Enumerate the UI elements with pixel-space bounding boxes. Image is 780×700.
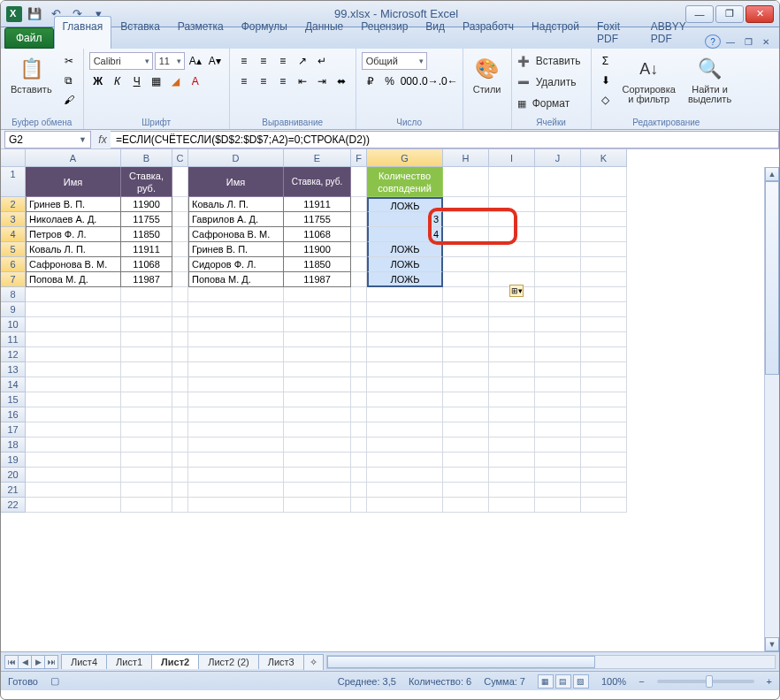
cell[interactable] (367, 498, 443, 513)
cell[interactable]: ЛОЖЬ (367, 242, 443, 257)
cell[interactable]: 11987 (284, 272, 351, 287)
cell[interactable] (443, 422, 489, 438)
cell[interactable] (351, 242, 367, 257)
cell[interactable]: 11987 (121, 272, 172, 287)
cell[interactable] (489, 302, 535, 317)
cell[interactable] (443, 257, 489, 272)
decrease-indent-button[interactable]: ⇤ (294, 72, 311, 90)
cell[interactable] (188, 453, 284, 468)
cell[interactable] (188, 317, 284, 332)
cell[interactable] (188, 407, 284, 422)
increase-indent-button[interactable]: ⇥ (313, 72, 331, 90)
cell[interactable] (443, 483, 489, 498)
cell[interactable] (581, 362, 627, 377)
col-header-B[interactable]: B (121, 149, 172, 167)
cell[interactable] (535, 317, 581, 332)
cell[interactable]: ЛОЖЬ (367, 197, 443, 212)
cell[interactable] (351, 287, 367, 302)
col-header-E[interactable]: E (284, 149, 351, 167)
cell[interactable] (172, 302, 188, 317)
comma-button[interactable]: 000 (401, 72, 418, 90)
cell[interactable] (172, 498, 188, 513)
cell[interactable] (284, 287, 351, 302)
cell[interactable]: Николаев А. Д. (26, 212, 121, 227)
cell[interactable] (26, 468, 121, 483)
cell[interactable]: 11755 (284, 212, 351, 227)
cell[interactable] (188, 438, 284, 453)
currency-button[interactable]: ₽ (362, 72, 379, 90)
cell[interactable] (284, 422, 351, 438)
cell[interactable] (367, 287, 443, 302)
align-left-button[interactable]: ≡ (235, 72, 253, 90)
cell[interactable] (172, 242, 188, 257)
cell[interactable] (172, 453, 188, 468)
increase-decimal-button[interactable]: .0→ (420, 72, 438, 90)
cell[interactable] (489, 257, 535, 272)
ribbon-tab-рецензир[interactable]: Рецензир (352, 16, 417, 49)
cell[interactable] (351, 257, 367, 272)
cell[interactable]: 11911 (284, 197, 351, 212)
row-header-10[interactable]: 10 (1, 317, 26, 332)
cell[interactable] (26, 362, 121, 377)
cells[interactable]: ИмяСтавка, руб.ИмяСтавка, руб.Количество… (26, 167, 627, 513)
col-header-I[interactable]: I (489, 149, 535, 167)
cell[interactable] (188, 362, 284, 377)
new-sheet-button[interactable]: ✧ (303, 654, 324, 670)
cell[interactable] (489, 498, 535, 513)
cell[interactable] (535, 407, 581, 422)
cell[interactable] (367, 392, 443, 407)
save-button[interactable]: 💾 (26, 5, 43, 23)
cell[interactable] (188, 422, 284, 438)
cell[interactable] (489, 242, 535, 257)
name-box[interactable]: G2▼ (4, 131, 91, 148)
mdi-close-icon[interactable]: ✕ (758, 34, 774, 49)
cell[interactable] (351, 332, 367, 347)
cell[interactable]: Имя (188, 167, 284, 197)
grow-font-button[interactable]: A▴ (187, 52, 204, 70)
cell[interactable] (489, 317, 535, 332)
row-header-13[interactable]: 13 (1, 362, 26, 377)
align-right-button[interactable]: ≡ (274, 72, 292, 90)
cell[interactable]: Попова М. Д. (26, 272, 121, 287)
ribbon-tab-foxit pdf[interactable]: Foxit PDF (588, 16, 642, 49)
page-break-view-button[interactable]: ▧ (573, 674, 589, 689)
cell[interactable] (121, 422, 172, 438)
cell[interactable] (188, 377, 284, 392)
cell[interactable] (581, 227, 627, 242)
cell[interactable] (121, 407, 172, 422)
sheet-nav-last-icon[interactable]: ⏭ (44, 655, 58, 669)
decrease-decimal-button[interactable]: .0← (440, 72, 457, 90)
cell[interactable] (26, 483, 121, 498)
cell[interactable] (351, 212, 367, 227)
cell[interactable] (581, 317, 627, 332)
cell[interactable] (284, 407, 351, 422)
cell[interactable] (489, 483, 535, 498)
row-header-8[interactable]: 8 (1, 287, 26, 302)
row-header-12[interactable]: 12 (1, 347, 26, 362)
cell[interactable] (121, 498, 172, 513)
cell[interactable]: Гаврилов А. Д. (188, 212, 284, 227)
cell[interactable] (172, 332, 188, 347)
cell[interactable] (535, 212, 581, 227)
ribbon-tab-вид[interactable]: Вид (417, 16, 454, 49)
fill-color-button[interactable]: ◢ (167, 72, 185, 90)
ribbon-tab-разметка[interactable]: Разметка (169, 16, 233, 49)
cell[interactable] (121, 362, 172, 377)
fx-button[interactable]: fx (95, 133, 111, 146)
vertical-scrollbar[interactable]: ▲ ▼ (764, 167, 779, 651)
cell[interactable] (443, 197, 489, 212)
row-header-11[interactable]: 11 (1, 332, 26, 347)
cell[interactable] (535, 227, 581, 242)
paste-button[interactable]: 📋 Вставить (6, 52, 57, 97)
cell[interactable] (26, 498, 121, 513)
cell[interactable] (443, 317, 489, 332)
col-header-K[interactable]: K (581, 149, 627, 167)
row-header-14[interactable]: 14 (1, 377, 26, 392)
format-painter-button[interactable]: 🖌 (60, 91, 78, 109)
sheet-tab-Лист4[interactable]: Лист4 (61, 654, 107, 669)
align-center-button[interactable]: ≡ (255, 72, 272, 90)
cell[interactable] (581, 242, 627, 257)
cell[interactable] (535, 332, 581, 347)
cell[interactable] (188, 347, 284, 362)
row-header-9[interactable]: 9 (1, 302, 26, 317)
